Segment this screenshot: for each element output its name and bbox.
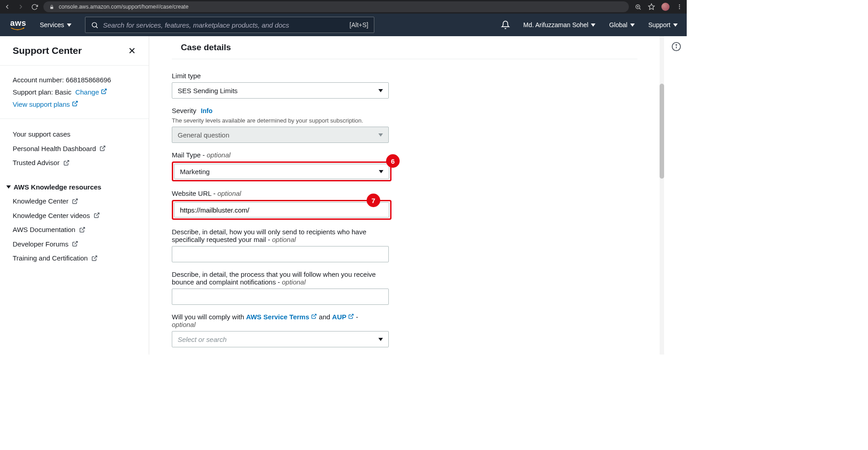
chevron-down-icon — [67, 24, 71, 27]
url-text: console.aws.amazon.com/support/home#/cas… — [59, 4, 189, 10]
region-label: Global — [609, 21, 627, 28]
comply-placeholder: Select or search — [178, 336, 226, 343]
svg-line-19 — [96, 213, 99, 216]
svg-rect-0 — [50, 7, 53, 9]
aws-top-nav: aws Services Search for services, featur… — [0, 14, 687, 36]
browser-chrome: console.aws.amazon.com/support/home#/cas… — [0, 0, 687, 14]
website-url-input[interactable] — [180, 206, 383, 214]
browser-avatar[interactable] — [661, 3, 670, 11]
view-plans-link[interactable]: View support plans — [13, 100, 78, 108]
external-link-icon — [79, 227, 85, 233]
limit-type-select[interactable]: SES Sending Limits — [172, 82, 389, 99]
external-link-icon — [72, 100, 78, 107]
severity-label: Severity — [172, 107, 196, 114]
services-label: Services — [40, 21, 64, 28]
chevron-down-icon — [378, 338, 383, 341]
describe-bounce-input[interactable] — [178, 293, 383, 301]
sidebar-item-phd[interactable]: Personal Health Dashboard — [13, 142, 136, 156]
external-link-icon — [94, 212, 100, 218]
describe-bounce-input-wrap — [172, 289, 389, 305]
svg-line-20 — [82, 227, 85, 230]
sidebar-item-training[interactable]: Training and Certification — [13, 251, 136, 265]
support-label: Support — [648, 21, 670, 28]
aws-logo[interactable]: aws — [9, 19, 26, 31]
external-link-icon — [348, 313, 354, 319]
limit-type-value: SES Sending Limits — [178, 87, 238, 95]
website-url-input-wrap — [174, 202, 389, 218]
back-icon[interactable] — [4, 3, 11, 10]
sidebar-group-knowledge[interactable]: AWS Knowledge resources — [6, 180, 136, 194]
support-plan-label: Support plan: — [13, 88, 53, 96]
reload-icon[interactable] — [31, 3, 38, 10]
svg-line-10 — [96, 26, 98, 28]
search-placeholder: Search for services, features, marketpla… — [103, 21, 289, 29]
support-plan-value: Basic — [55, 88, 71, 96]
search-input[interactable]: Search for services, features, marketpla… — [85, 17, 374, 33]
chevron-down-icon — [673, 24, 678, 27]
chevron-down-icon — [6, 185, 11, 189]
chevron-down-icon — [591, 24, 595, 27]
sidebar-item-forums[interactable]: Developer Forums — [13, 237, 136, 251]
external-link-icon — [72, 198, 78, 204]
account-menu[interactable]: Md. Arifuzzaman Sohel — [524, 21, 596, 28]
svg-point-7 — [679, 6, 680, 7]
notifications-icon[interactable] — [501, 20, 510, 29]
sidebar: Support Center Account number: 668185868… — [0, 36, 149, 355]
annotation-badge-7: 7 — [367, 194, 380, 207]
svg-line-27 — [351, 314, 354, 317]
annotation-badge-6: 6 — [386, 154, 400, 168]
describe-recipients-label: Describe, in detail, how you will only s… — [172, 228, 366, 243]
describe-recipients-input-wrap — [172, 246, 389, 262]
change-plan-link[interactable]: Change — [75, 88, 107, 96]
menu-dots-icon[interactable] — [676, 3, 683, 10]
external-link-icon — [91, 255, 98, 261]
chevron-down-icon — [630, 24, 635, 27]
services-menu[interactable]: Services — [40, 21, 71, 28]
mail-type-select[interactable]: Marketing — [174, 164, 389, 179]
svg-line-21 — [75, 242, 77, 244]
aup-link[interactable]: AUP — [332, 313, 354, 321]
star-icon[interactable] — [648, 3, 655, 10]
severity-value: General question — [178, 131, 229, 139]
svg-line-22 — [94, 256, 97, 259]
close-icon[interactable] — [128, 47, 136, 55]
svg-line-13 — [104, 89, 106, 92]
severity-help: The severity levels available are determ… — [172, 117, 637, 124]
external-link-icon — [72, 241, 78, 247]
svg-marker-17 — [6, 185, 11, 189]
comply-label-pre: Will you will comply with — [172, 313, 246, 321]
describe-bounce-label: Describe, in detail, the process that yo… — [172, 270, 376, 286]
svg-point-9 — [92, 22, 97, 27]
address-bar[interactable]: console.aws.amazon.com/support/home#/cas… — [43, 1, 629, 12]
svg-point-6 — [679, 5, 680, 5]
aws-service-terms-link[interactable]: AWS Service Terms — [246, 313, 317, 321]
external-link-icon — [99, 145, 106, 152]
zoom-icon[interactable] — [634, 3, 642, 10]
website-url-label: Website URL — [172, 189, 212, 197]
region-menu[interactable]: Global — [609, 21, 634, 28]
search-shortcut: [Alt+S] — [349, 21, 368, 28]
sidebar-item-cases[interactable]: Your support cases — [13, 127, 136, 142]
support-menu[interactable]: Support — [648, 21, 678, 28]
severity-select: General question — [172, 127, 389, 143]
sidebar-item-doc[interactable]: AWS Documentation — [13, 223, 136, 237]
account-number: 668185868696 — [66, 76, 111, 84]
user-label: Md. Arifuzzaman Sohel — [524, 21, 589, 28]
account-label: Account number: — [13, 76, 64, 84]
forward-icon[interactable] — [17, 3, 24, 10]
mail-type-label: Mail Type — [172, 151, 201, 159]
svg-line-14 — [74, 101, 77, 104]
sidebar-item-kc[interactable]: Knowledge Center — [13, 194, 136, 208]
mail-type-value: Marketing — [180, 168, 210, 175]
svg-point-8 — [679, 8, 680, 9]
describe-recipients-input[interactable] — [178, 251, 383, 258]
sidebar-item-kcv[interactable]: Knowledge Center videos — [13, 208, 136, 223]
external-link-icon — [101, 88, 107, 95]
sidebar-item-trusted-advisor[interactable]: Trusted Advisor — [13, 156, 136, 170]
comply-select[interactable]: Select or search — [172, 331, 389, 347]
svg-line-18 — [75, 199, 77, 202]
svg-line-16 — [66, 161, 68, 163]
section-heading: Case details — [181, 43, 637, 52]
external-link-icon — [63, 160, 70, 166]
severity-info-link[interactable]: Info — [201, 107, 212, 114]
